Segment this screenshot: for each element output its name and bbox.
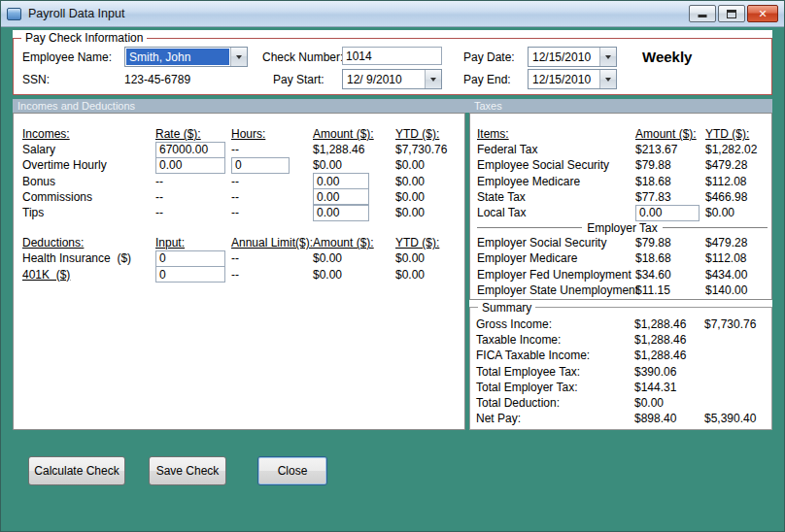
401k-link[interactable]: 401K ($) bbox=[22, 268, 155, 282]
employer-tax-divider: Employer Tax bbox=[477, 220, 768, 235]
cell-amount: $11.15 bbox=[635, 283, 705, 297]
column-header: YTD ($): bbox=[705, 127, 768, 141]
cell-amount: $0.00 bbox=[313, 158, 395, 172]
cell-amount: $34.60 bbox=[635, 268, 705, 282]
table-row: FICA Taxable Income: $1,288.46 bbox=[476, 348, 768, 363]
health-insurance-input[interactable] bbox=[155, 250, 225, 267]
column-header: Rate ($): bbox=[155, 127, 231, 141]
row-label: Employee Medicare bbox=[477, 175, 635, 188]
pay-start-dropdown-button[interactable] bbox=[425, 70, 441, 88]
section-header-bar: Incomes and Deductions Taxes bbox=[13, 99, 772, 113]
row-label: Net Pay: bbox=[476, 412, 634, 425]
table-row: Total Deduction: $0.00 bbox=[476, 395, 768, 411]
minimize-icon bbox=[699, 15, 707, 17]
salary-rate-input[interactable] bbox=[155, 142, 225, 158]
client-area: Pay Check Information Employee Name: Smi… bbox=[1, 27, 784, 532]
row-label: Taxable Income: bbox=[476, 333, 634, 347]
minimize-button[interactable] bbox=[689, 5, 716, 22]
cell-value: $898.40 bbox=[634, 412, 704, 425]
table-row: Employee Medicare $18.68 $112.08 bbox=[477, 174, 768, 189]
cell-ytd: $479.28 bbox=[705, 236, 768, 249]
incomes-header-row: Incomes: Rate ($): Hours: Amount ($): YT… bbox=[22, 126, 461, 142]
pay-date-value: 12/15/2010 bbox=[529, 48, 599, 66]
window-controls: ✕ bbox=[689, 5, 778, 22]
column-header: Incomes: bbox=[22, 127, 155, 141]
chevron-down-icon bbox=[430, 78, 436, 82]
pay-end-picker[interactable]: 12/15/2010 bbox=[528, 69, 617, 89]
row-label: Federal Tax bbox=[477, 143, 635, 156]
table-row: Employee Social Security $79.88 $479.28 bbox=[477, 157, 768, 173]
maximize-button[interactable] bbox=[718, 5, 745, 22]
cell-ytd: $0.00 bbox=[395, 251, 461, 265]
cell-hours: -- bbox=[231, 190, 313, 204]
row-label: Employee Social Security bbox=[477, 158, 635, 172]
cell-value: $1,288.46 bbox=[634, 333, 704, 347]
taxes-section-header: Taxes bbox=[474, 99, 502, 113]
column-header: Amount ($): bbox=[313, 236, 395, 249]
chevron-down-icon bbox=[605, 55, 611, 59]
bonus-amount-input[interactable] bbox=[313, 173, 369, 189]
column-header: Amount ($): bbox=[313, 127, 395, 141]
cell-ytd: $112.08 bbox=[705, 175, 768, 188]
pay-start-value: 12/ 9/2010 bbox=[343, 70, 425, 88]
pay-date-picker[interactable]: 12/15/2010 bbox=[528, 47, 617, 67]
employee-name-select[interactable]: Smith, John bbox=[124, 47, 248, 67]
cell-rate: -- bbox=[155, 175, 231, 188]
row-label: Employer Fed Unemployment bbox=[477, 268, 635, 282]
taxes-panel: Items: Amount ($): YTD ($): Federal Tax … bbox=[469, 113, 772, 300]
row-label: Employer Social Security bbox=[477, 236, 635, 249]
pay-start-picker[interactable]: 12/ 9/2010 bbox=[342, 69, 442, 89]
commissions-amount-input[interactable] bbox=[313, 188, 369, 205]
cell-ytd: $0.00 bbox=[395, 190, 461, 204]
row-label: Health Insurance ($) bbox=[22, 251, 155, 265]
row-label: FICA Taxable Income: bbox=[476, 349, 634, 362]
cell-ytd: $7,730.76 bbox=[395, 143, 461, 156]
table-row: Tips -- -- $0.00 bbox=[22, 205, 461, 220]
table-row: Employer Social Security $79.88 $479.28 bbox=[477, 235, 768, 250]
cell-rate: -- bbox=[155, 190, 231, 204]
tips-amount-input[interactable] bbox=[313, 205, 369, 221]
column-header: Amount ($): bbox=[635, 127, 705, 141]
cell-hours: -- bbox=[231, 143, 313, 156]
cell-amount: $77.83 bbox=[635, 190, 705, 204]
column-header: Hours: bbox=[231, 127, 313, 141]
ssn-label: SSN: bbox=[22, 73, 50, 86]
overtime-hours-input[interactable] bbox=[231, 157, 290, 174]
employee-name-dropdown-button[interactable] bbox=[230, 48, 247, 66]
row-label: Bonus bbox=[22, 175, 155, 188]
close-button[interactable]: Close bbox=[257, 456, 327, 485]
row-label: Local Tax bbox=[477, 206, 635, 219]
deductions-header-row: Deductions: Input: Annual Limit($): Amou… bbox=[22, 235, 461, 250]
table-row: State Tax $77.83 $466.98 bbox=[477, 189, 768, 205]
row-label: Total Employee Tax: bbox=[476, 365, 634, 379]
taxes-header-row: Items: Amount ($): YTD ($): bbox=[477, 126, 768, 142]
calculate-check-button[interactable]: Calculate Check bbox=[28, 456, 125, 485]
local-tax-input[interactable] bbox=[635, 205, 700, 221]
close-icon: ✕ bbox=[758, 9, 767, 19]
pay-end-label: Pay End: bbox=[463, 73, 511, 86]
row-label: Total Deduction: bbox=[476, 396, 634, 410]
app-icon bbox=[7, 8, 21, 20]
401k-input[interactable] bbox=[155, 266, 225, 283]
payroll-window: Payroll Data Input ✕ Pay Check Informati… bbox=[0, 0, 785, 532]
cell-hours: -- bbox=[231, 206, 313, 219]
pay-end-dropdown-button[interactable] bbox=[599, 70, 616, 88]
cell-limit: -- bbox=[231, 251, 313, 265]
cell-value: $0.00 bbox=[634, 396, 704, 410]
check-number-input[interactable] bbox=[342, 47, 442, 65]
pay-date-dropdown-button[interactable] bbox=[599, 48, 616, 66]
table-row: Local Tax $0.00 bbox=[477, 205, 768, 220]
ssn-value: 123-45-6789 bbox=[124, 73, 190, 86]
check-number-label: Check Number: bbox=[262, 50, 343, 64]
close-window-button[interactable]: ✕ bbox=[747, 5, 778, 22]
titlebar[interactable]: Payroll Data Input ✕ bbox=[1, 1, 784, 27]
overtime-rate-input[interactable] bbox=[155, 157, 225, 174]
employee-name-label: Employee Name: bbox=[22, 50, 112, 64]
save-check-button[interactable]: Save Check bbox=[149, 456, 226, 485]
pay-date-label: Pay Date: bbox=[463, 50, 515, 64]
divider-line bbox=[663, 227, 768, 228]
row-label: State Tax bbox=[477, 190, 635, 204]
table-row: Employer Fed Unemployment $34.60 $434.00 bbox=[477, 267, 768, 283]
column-header: Items: bbox=[477, 127, 635, 141]
row-label: Employer Medicare bbox=[477, 251, 635, 265]
